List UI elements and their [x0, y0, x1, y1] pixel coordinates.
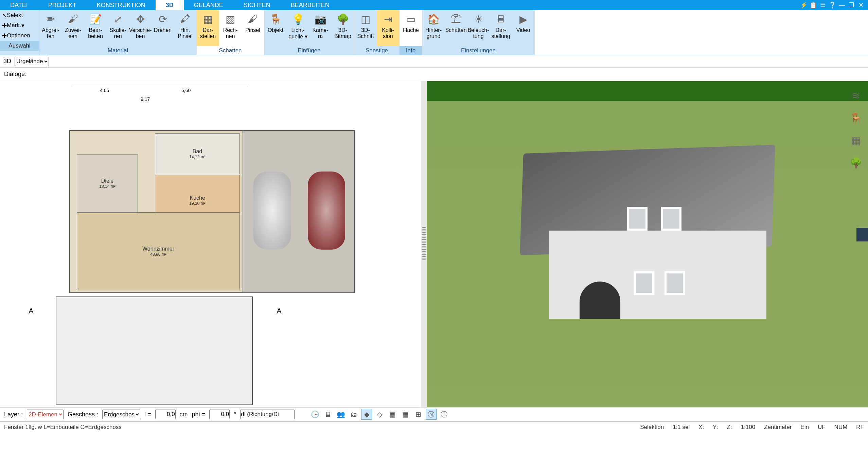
einfuegen-label-2: Kame- ra: [312, 27, 328, 39]
close-button[interactable]: ✕: [857, 1, 865, 9]
tab-projekt[interactable]: PROJEKT: [38, 0, 87, 10]
optionen-button[interactable]: ✚ Optionen: [0, 31, 39, 41]
einfuegen-button-3[interactable]: 🌳3D- Bitmap: [332, 10, 354, 46]
einfuegen-button-0[interactable]: 🪑Objekt: [264, 10, 287, 46]
status-z: Z:: [727, 424, 732, 431]
material-icon-1: 🖌: [66, 12, 81, 26]
layers-icon[interactable]: ≋: [848, 88, 863, 103]
tab-datei[interactable]: DATEI: [0, 0, 38, 10]
room-bad[interactable]: Bad14,12 m²: [155, 133, 240, 174]
section-a-right: A: [277, 307, 282, 315]
status-scale: 1:100: [741, 424, 756, 431]
right-panel-handle[interactable]: [856, 228, 868, 241]
einfuegen-button-2[interactable]: 📷Kame- ra: [309, 10, 332, 46]
einfuegen-icon-0: 🪑: [268, 12, 283, 26]
room-wohnzimmer[interactable]: Wohnzimmer48,86 m²: [77, 212, 240, 290]
toolbar2-icon-9[interactable]: Ⓝ: [426, 409, 437, 420]
schatten-button-0[interactable]: ▦Dar- stellen: [197, 10, 219, 46]
material-button-1[interactable]: 🖌Zuwei- sen: [62, 10, 84, 46]
material-button-0[interactable]: ✏Abgrei- fen: [39, 10, 62, 46]
menu-bar: DATEI PROJEKT KONSTRUKTION 3D GELÄNDE SI…: [0, 0, 868, 10]
toolbar2-icon-4[interactable]: ◆: [361, 409, 372, 420]
geschoss-dropdown[interactable]: Erdgeschos: [102, 410, 140, 419]
toolbar2-icon-2[interactable]: 👥: [335, 409, 346, 420]
titlebar-icon-1[interactable]: ⚡: [800, 1, 808, 9]
sonstige-button-1[interactable]: ⇥Kolli- sion: [377, 10, 399, 46]
einfuegen-button-1[interactable]: 💡Licht- quelle ▾: [287, 10, 309, 46]
toolbar2-icon-10[interactable]: ⓘ: [439, 409, 449, 420]
material-caption: Material: [39, 46, 196, 55]
tab-sichten[interactable]: SICHTEN: [233, 0, 281, 10]
l-input[interactable]: [155, 410, 176, 419]
toolbar2-icon-0[interactable]: 🕒: [309, 409, 320, 420]
material-button-5[interactable]: ⟳Drehen: [152, 10, 174, 46]
tab-konstruktion[interactable]: KONSTRUKTION: [87, 0, 156, 10]
material-button-4[interactable]: ✥Verschie- ben: [129, 10, 152, 46]
dialoge-bar: Dialoge:: [0, 68, 868, 81]
material-button-6[interactable]: 🖍Hin. Pinsel: [174, 10, 196, 46]
einstellungen-button-2[interactable]: ☀Beleuch- tung: [467, 10, 490, 46]
phi-input[interactable]: [209, 410, 230, 419]
minimize-button[interactable]: —: [838, 1, 846, 9]
mark-button[interactable]: ✚ Mark. ▾: [0, 20, 39, 31]
dl-input[interactable]: [240, 410, 295, 419]
dialoge-label: Dialoge:: [4, 71, 26, 78]
ribbon-group-material: ✏Abgrei- fen🖌Zuwei- sen📝Bear- beiten⤢Ska…: [39, 10, 197, 55]
status-uf: UF: [818, 424, 826, 431]
status-y: Y:: [713, 424, 718, 431]
selekt-button[interactable]: ↖ Selekt: [0, 10, 39, 20]
schatten-button-1[interactable]: ▧Rech- nen: [219, 10, 242, 46]
schatten-label-2: Pinsel: [245, 27, 260, 33]
l-unit: cm: [180, 411, 188, 418]
3d-view[interactable]: ≋ 🪑 ▦ 🌳: [427, 81, 868, 407]
einstellungen-button-4[interactable]: ▶Video: [512, 10, 534, 46]
schatten-button-2[interactable]: 🖌Pinsel: [242, 10, 264, 46]
sonstige-icon-0: ◫: [358, 12, 373, 26]
driveway: [243, 130, 355, 293]
tab-gelaende[interactable]: GELÄNDE: [184, 0, 233, 10]
maximize-button[interactable]: ❐: [848, 1, 855, 9]
titlebar-icon-2[interactable]: 📋: [810, 1, 817, 9]
material-label-2: Bear- beiten: [88, 27, 103, 39]
ribbon-group-sonstige: ◫3D- Schnitt⇥Kolli- sion Sonstige: [354, 10, 400, 55]
material-button-3[interactable]: ⤢Skalie- ren: [107, 10, 129, 46]
titlebar-icon-3[interactable]: ☰: [819, 1, 827, 9]
pane-splitter[interactable]: [421, 81, 427, 407]
einstellungen-label-1: Schatten: [445, 27, 466, 33]
room-diele[interactable]: Diele18,14 m²: [77, 155, 138, 212]
plants-icon[interactable]: 🌳: [848, 155, 863, 170]
toolbar2-icon-1[interactable]: 🖥: [322, 409, 333, 420]
material-label-6: Hin. Pinsel: [178, 27, 193, 39]
toolbar2-icon-6[interactable]: ▦: [387, 409, 398, 420]
sonstige-button-0[interactable]: ◫3D- Schnitt: [354, 10, 377, 46]
furniture-icon[interactable]: 🪑: [848, 110, 863, 125]
floorplan-view[interactable]: 4,65 5,60 9,17 Diele18,14 m²Bad14,12 m²K…: [0, 81, 421, 407]
tab-bearbeiten[interactable]: BEARBEITEN: [281, 0, 340, 10]
einstellungen-button-3[interactable]: 🖥Dar- stellung: [490, 10, 512, 46]
geschoss-label: Geschoss :: [68, 411, 98, 418]
toolbar2-icon-3[interactable]: 🗂: [348, 409, 359, 420]
help-icon[interactable]: ❔: [829, 1, 836, 9]
car-grey: [253, 172, 291, 250]
info-caption: Info: [400, 46, 422, 55]
toolbar2-icon-5[interactable]: ◇: [374, 409, 385, 420]
room-area-2: 19,20 m²: [189, 201, 205, 206]
toolbar2-icon-7[interactable]: ▤: [400, 409, 411, 420]
section-a-left: A: [29, 307, 34, 315]
tab-3d[interactable]: 3D: [156, 0, 184, 10]
einstellungen-label-3: Dar- stellung: [491, 27, 510, 39]
einfuegen-icon-2: 📷: [313, 12, 328, 26]
einstellungen-button-1[interactable]: ⛱Schatten: [445, 10, 467, 46]
status-bar: Fenster 1flg. w L=Einbauteile G=Erdgesch…: [0, 421, 868, 432]
materials-icon[interactable]: ▦: [848, 133, 863, 148]
toolbar2-icon-8[interactable]: ⊞: [413, 409, 424, 420]
material-label-4: Verschie- ben: [129, 27, 152, 39]
info-button-0[interactable]: ▭Fläche: [400, 10, 422, 46]
layer-dropdown[interactable]: 2D-Elemen: [27, 410, 64, 419]
auswahl-caption: Auswahl: [0, 41, 39, 51]
material-button-2[interactable]: 📝Bear- beiten: [84, 10, 107, 46]
einstellungen-button-0[interactable]: 🏠Hinter- grund: [422, 10, 445, 46]
status-unit: Zentimeter: [764, 424, 792, 431]
schatten-icon-2: 🖌: [245, 12, 260, 26]
level-dropdown[interactable]: Urgelände: [15, 57, 49, 66]
